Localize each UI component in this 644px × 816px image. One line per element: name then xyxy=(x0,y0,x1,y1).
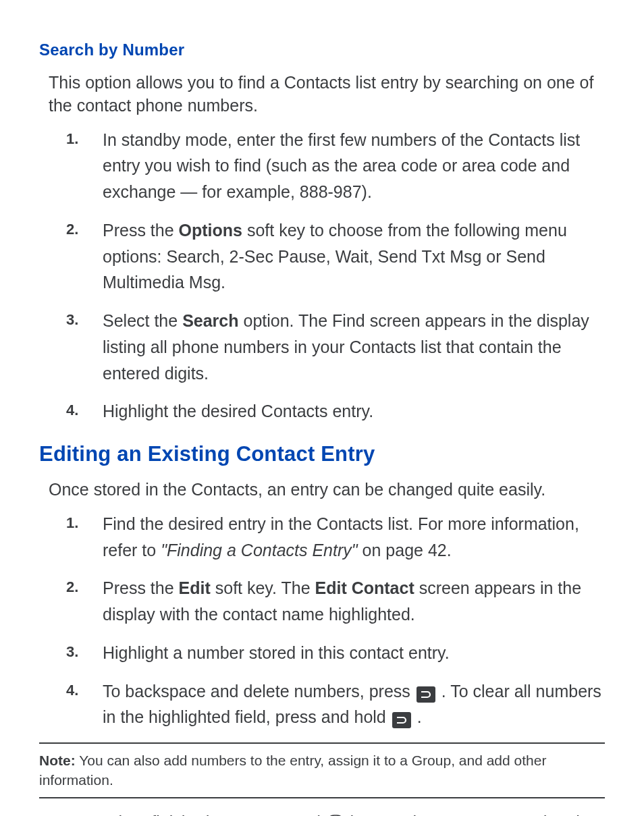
step-number: 2. xyxy=(66,575,103,599)
step-text: To backspace and delete numbers, press .… xyxy=(103,678,605,731)
divider xyxy=(39,742,605,744)
text-post: on page 42. xyxy=(358,541,452,560)
intro-paragraph: This option allows you to find a Contact… xyxy=(49,72,605,117)
text-mid: ( xyxy=(310,813,325,816)
italic-reference: "Finding a Contacts Entry" xyxy=(161,541,358,560)
step-text: Press the Options soft key to choose fro… xyxy=(103,217,605,296)
step-number: 5. xyxy=(66,809,103,816)
clear-key-icon xyxy=(417,686,435,703)
note-body: You can also add numbers to the entry, a… xyxy=(39,753,546,788)
list-item: 4. Highlight the desired Contacts entry. xyxy=(66,398,605,425)
note-text: Note: You can also add numbers to the en… xyxy=(39,751,605,790)
text-mid: soft key. The xyxy=(211,578,315,597)
steps-list-1: 1. In standby mode, enter the first few … xyxy=(39,127,605,425)
text-pre: Press the xyxy=(103,221,179,240)
step-text: Press the Edit soft key. The Edit Contac… xyxy=(103,575,605,628)
list-item: 2. Press the Options soft key to choose … xyxy=(66,217,605,296)
bold-options: Options xyxy=(179,221,242,240)
bold-edit: Edit xyxy=(179,578,211,597)
list-item: 1. Find the desired entry in the Contact… xyxy=(66,511,605,564)
list-item: 4. To backspace and delete numbers, pres… xyxy=(66,678,605,731)
steps-list-2: 1. Find the desired entry in the Contact… xyxy=(39,511,605,730)
text-pre: Press the xyxy=(103,578,179,597)
list-item: 3. Select the Search option. The Find sc… xyxy=(66,308,605,386)
note-label: Note: xyxy=(39,753,76,768)
step-text: Highlight the desired Contacts entry. xyxy=(103,398,605,425)
steps-list-3: 5. When finished, press SAVE ( ). Your c… xyxy=(39,809,605,816)
list-item: 5. When finished, press SAVE ( ). Your c… xyxy=(66,809,605,816)
step-number: 3. xyxy=(66,640,103,663)
list-item: 1. In standby mode, enter the first few … xyxy=(66,127,605,205)
text-pre: Select the xyxy=(103,311,182,330)
text-post: . xyxy=(412,707,422,726)
step-number: 3. xyxy=(66,308,103,331)
text-pre: When finished, press xyxy=(103,813,265,816)
step-number: 1. xyxy=(66,127,103,151)
intro-paragraph: Once stored in the Contacts, an entry ca… xyxy=(49,479,605,501)
list-item: 3. Highlight a number stored in this con… xyxy=(66,640,605,666)
bold-save: SAVE xyxy=(265,813,309,816)
bold-search: Search xyxy=(182,311,238,330)
document-page: Search by Number This option allows you … xyxy=(0,0,644,816)
step-text: Find the desired entry in the Contacts l… xyxy=(103,511,605,564)
step-text: Highlight a number stored in this contac… xyxy=(103,640,605,666)
clear-key-icon xyxy=(392,712,411,728)
note-block: Note: You can also add numbers to the en… xyxy=(39,742,605,798)
section-heading-search-by-number: Search by Number xyxy=(39,40,605,59)
divider xyxy=(39,797,605,798)
step-number: 4. xyxy=(66,398,103,422)
bold-edit-contact: Edit Contact xyxy=(315,578,414,597)
step-number: 2. xyxy=(66,217,103,241)
step-number: 1. xyxy=(66,511,103,535)
list-item: 2. Press the Edit soft key. The Edit Con… xyxy=(66,575,605,628)
text-pre: To backspace and delete numbers, press xyxy=(103,682,415,701)
step-number: 4. xyxy=(66,678,103,702)
section-heading-editing-contact: Editing an Existing Contact Entry xyxy=(39,442,605,466)
step-text: When finished, press SAVE ( ). Your chan… xyxy=(103,809,605,816)
step-text: In standby mode, enter the first few num… xyxy=(103,127,605,205)
step-text: Select the Search option. The Find scree… xyxy=(103,308,605,386)
